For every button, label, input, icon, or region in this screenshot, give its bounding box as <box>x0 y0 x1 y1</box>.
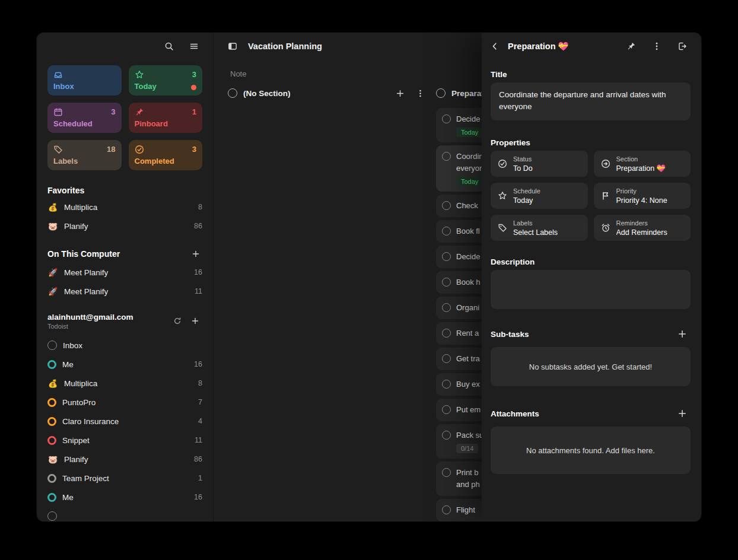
favorites-header: Favorites <box>47 186 202 195</box>
description-field[interactable] <box>491 270 691 309</box>
sidebar-item-todoist-inbox[interactable]: Inbox <box>47 336 202 355</box>
sidebar-item-planify-2[interactable]: 🐷 Planify 86 <box>47 450 202 469</box>
sidebar-item-labels[interactable]: Labels 18 <box>47 140 122 170</box>
search-button[interactable] <box>161 38 177 55</box>
project-count: 8 <box>198 203 202 211</box>
status-icon <box>498 159 507 168</box>
toggle-sidebar-button[interactable] <box>224 38 241 55</box>
sidebar-item-completed[interactable]: Completed 3 <box>129 140 203 170</box>
tag-icon <box>53 145 63 157</box>
property-schedule[interactable]: ScheduleToday <box>491 183 588 209</box>
add-attachment-button[interactable] <box>674 405 691 422</box>
sidebar-item-inbox[interactable]: Inbox <box>47 65 122 96</box>
project-count: 1 <box>198 474 202 482</box>
project-emoji: 🐷 <box>47 455 58 464</box>
project-count: 16 <box>194 360 202 368</box>
task-title: Put em <box>456 404 481 416</box>
task-checkbox[interactable] <box>442 278 451 287</box>
section-name: (No Section) <box>243 89 291 98</box>
properties-label: Properties <box>491 138 691 147</box>
filter-count: 18 <box>107 145 115 154</box>
sidebar-item-pinboard[interactable]: Pinboard 1 <box>129 103 203 133</box>
task-checkbox[interactable] <box>442 114 451 123</box>
sidebar-item-meet-planify-1[interactable]: 🚀 Meet Planify 16 <box>47 263 202 282</box>
column-no-section: (No Section) <box>228 85 427 101</box>
account-header[interactable]: alainhuntt@gmail.com Todoist <box>47 313 202 330</box>
sidebar-item-me-1[interactable]: Me 16 <box>47 355 202 374</box>
detail-menu-button[interactable] <box>648 38 665 55</box>
schedule-icon <box>498 191 507 201</box>
sync-button[interactable] <box>170 314 184 328</box>
task-checkbox[interactable] <box>442 380 451 389</box>
property-labels[interactable]: LabelsSelect Labels <box>491 215 588 241</box>
sidebar-item-snippet[interactable]: Snippet 11 <box>47 431 202 450</box>
project-count: 86 <box>194 222 202 230</box>
add-account-project-button[interactable] <box>188 314 202 328</box>
sidebar-item-partial[interactable] <box>47 507 202 521</box>
project-count: 11 <box>195 287 202 295</box>
open-in-window-icon <box>677 42 687 51</box>
filter-count: 3 <box>192 145 196 154</box>
main-menu-button[interactable] <box>186 38 202 55</box>
task-checkbox[interactable] <box>442 329 451 338</box>
section-header[interactable]: (No Section) <box>228 85 427 101</box>
project-emoji: 💰 <box>47 203 58 212</box>
task-checkbox[interactable] <box>442 252 451 261</box>
section-menu-button[interactable] <box>413 86 427 100</box>
project-label: Snippet <box>62 436 90 445</box>
inbox-icon <box>53 70 63 82</box>
property-section[interactable]: SectionPreparation 💝 <box>594 151 691 177</box>
sidebar-item-today[interactable]: Today 3 <box>129 65 203 96</box>
sidebar-item-planify[interactable]: 🐷 Planify 86 <box>47 217 202 236</box>
pin-task-button[interactable] <box>623 38 640 55</box>
project-label: Inbox <box>63 341 82 350</box>
back-chevron-icon <box>490 42 500 51</box>
project-count: 11 <box>195 436 202 444</box>
back-button[interactable] <box>486 38 503 55</box>
sidebar-item-scheduled[interactable]: Scheduled 3 <box>47 103 122 133</box>
sidebar-item-multiplica-2[interactable]: 💰 Multiplica 8 <box>47 374 202 393</box>
task-title: Check <box>456 200 478 212</box>
task-checkbox[interactable] <box>442 354 451 363</box>
task-checkbox[interactable] <box>442 431 451 440</box>
detail-body: Title Coordinate the departure and arriv… <box>486 70 691 474</box>
filter-label: Completed <box>135 157 174 166</box>
attachments-header: Attachments <box>491 405 691 422</box>
add-subtask-button[interactable] <box>674 326 691 342</box>
project-label: Me <box>62 360 74 369</box>
task-checkbox[interactable] <box>442 152 451 161</box>
plus-icon <box>396 89 405 98</box>
account-service: Todoist <box>47 323 170 330</box>
detach-panel-button[interactable] <box>674 38 691 55</box>
filter-count: 3 <box>111 107 115 116</box>
task-checkbox[interactable] <box>442 227 451 236</box>
sidebar-item-me-2[interactable]: Me 16 <box>47 488 202 507</box>
sidebar-item-team-project[interactable]: Team Project 1 <box>47 469 202 488</box>
sidebar-item-multiplica[interactable]: 💰 Multiplica 8 <box>47 198 202 217</box>
add-task-button[interactable] <box>393 86 407 100</box>
sidebar-item-meet-planify-2[interactable]: 🚀 Meet Planify 11 <box>47 282 202 301</box>
page-title: Vacation Planning <box>248 42 322 51</box>
task-checkbox[interactable] <box>442 505 451 514</box>
project-label: Multiplica <box>64 203 97 212</box>
app-window: Inbox Today 3 Scheduled 3 Pinboard 1 <box>37 33 701 521</box>
project-emoji: 🚀 <box>47 268 58 277</box>
filter-label: Scheduled <box>53 119 93 128</box>
task-checkbox[interactable] <box>442 303 451 312</box>
task-checkbox[interactable] <box>442 201 451 210</box>
notification-dot <box>191 85 196 90</box>
property-priority[interactable]: PriorityPriority 4: None <box>594 183 691 209</box>
sidebar-item-claro-insurance[interactable]: Claro Insurance 4 <box>47 412 202 431</box>
task-title-field[interactable]: Coordinate the departure and arrival dat… <box>491 82 691 120</box>
account-email: alainhuntt@gmail.com <box>47 313 170 322</box>
subtasks-empty-state: No subtasks added yet. Get started! <box>491 347 691 386</box>
sidebar-item-puntopro[interactable]: PuntoPro 7 <box>47 393 202 412</box>
project-label: PuntoPro <box>62 398 96 407</box>
project-emoji: 💰 <box>47 379 58 388</box>
task-checkbox[interactable] <box>442 468 451 477</box>
add-local-project-button[interactable] <box>189 247 202 260</box>
search-icon <box>164 42 174 51</box>
task-checkbox[interactable] <box>442 405 451 414</box>
property-reminders[interactable]: RemindersAdd Reminders <box>594 215 691 241</box>
property-status[interactable]: StatusTo Do <box>491 151 588 177</box>
